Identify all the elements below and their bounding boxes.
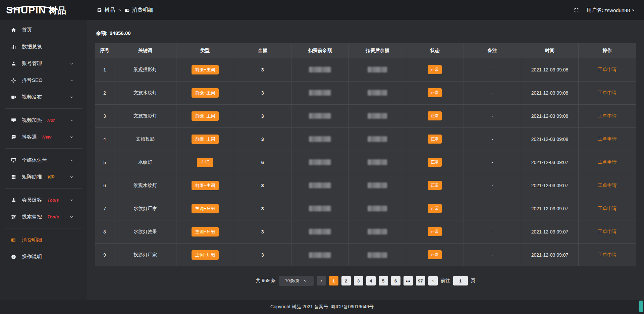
chevron-down-icon [68, 118, 75, 122]
action-link[interactable]: 工单申请 [598, 136, 617, 142]
action-cell: 工单申请 [579, 81, 636, 104]
sidebar-item-线索监控[interactable]: 线索监控Tools [0, 208, 87, 225]
status-cell: 正常 [406, 151, 464, 174]
page-button-1[interactable]: 1 [329, 276, 338, 285]
status-badge: 正常 [428, 181, 442, 190]
sidebar-item-会员爆客[interactable]: 会员爆客Tools [0, 192, 87, 208]
sidebar-item-badge: Tools [47, 214, 59, 219]
action-link[interactable]: 工单申请 [598, 182, 617, 188]
row-index-cell: 5 [95, 151, 114, 174]
time-cell: 2021-12-03 09:07 [521, 243, 578, 266]
amount-cell: 3 [234, 127, 291, 151]
action-cell: 工单申请 [579, 151, 636, 174]
remark-cell: - [464, 174, 521, 197]
table-header-row: 序号关键词类型金额扣费前余额扣费后余额状态备注时间操作 [95, 43, 636, 58]
blurred-balance-after [368, 90, 387, 96]
breadcrumb-item[interactable]: 消费明细 [124, 7, 154, 14]
sidebar-item-抖客通[interactable]: 抖客通New [0, 128, 87, 145]
blurred-balance-after [368, 229, 387, 234]
action-cell: 工单申请 [579, 127, 636, 151]
sidebar-item-操作说明[interactable]: ?操作说明 [0, 248, 87, 265]
status-badge: 正常 [428, 135, 442, 144]
status-badge: 正常 [428, 250, 442, 259]
caret-down-icon [631, 8, 635, 12]
sidebar-item-账号管理[interactable]: 账号管理 [0, 55, 87, 72]
fullscreen-icon[interactable] [574, 7, 579, 13]
logo-arc [7, 6, 60, 10]
page-button-6[interactable]: 6 [391, 276, 400, 285]
balance-before-cell [291, 243, 348, 266]
action-cell: 工单申请 [579, 243, 636, 266]
breadcrumb-label: 消费明细 [132, 7, 154, 14]
page-button-2[interactable]: 2 [341, 276, 351, 285]
action-link[interactable]: 工单申请 [598, 252, 617, 257]
table-row: 2文旅水纹灯前缀+主词3正常-2021-12-03 09:08工单申请 [95, 81, 636, 104]
floating-widget[interactable] [639, 301, 643, 312]
sidebar-item-badge: Tools [47, 198, 59, 203]
sidebar-item-抖音SEO[interactable]: 抖音SEO [0, 72, 87, 89]
table-row: 8水纹灯效果主词+后缀3正常-2021-12-03 09:07工单申请 [95, 220, 636, 243]
sidebar-item-label: 抖音SEO [22, 77, 43, 84]
table-row: 1景观投影灯前缀+主词3正常-2021-12-03 09:08工单申请 [95, 58, 636, 81]
breadcrumb-app-icon [97, 7, 102, 13]
action-link[interactable]: 工单申请 [598, 67, 617, 72]
type-badge: 主词+后缀 [192, 250, 219, 260]
type-cell: 前缀+主词 [176, 58, 234, 81]
blurred-balance-before [309, 113, 331, 119]
action-cell: 工单申请 [579, 197, 636, 220]
next-page-button[interactable]: › [428, 276, 438, 285]
action-link[interactable]: 工单申请 [598, 206, 617, 211]
sidebar-item-视频发布[interactable]: 视频发布 [0, 89, 87, 105]
blurred-balance-before [309, 206, 331, 211]
breadcrumb-item[interactable]: 树品 [97, 7, 115, 14]
sidebar: 首页数据总览账号管理抖音SEO视频发布视频加热Hot抖客通New全媒体运营矩阵助… [0, 20, 87, 300]
row-index-cell: 7 [95, 197, 114, 220]
sidebar-divider [5, 228, 82, 228]
type-badge: 前缀+主词 [192, 181, 219, 190]
more-pages-button[interactable]: ••• [404, 276, 413, 285]
keyword-cell: 水纹灯效果 [114, 220, 176, 243]
page-button-3[interactable]: 3 [354, 276, 363, 285]
blurred-balance-after [368, 206, 387, 211]
page-button-97[interactable]: 97 [416, 276, 425, 285]
sidebar-item-视频加热[interactable]: 视频加热Hot [0, 112, 87, 128]
keyword-cell: 投影灯厂家 [114, 243, 176, 266]
page-button-5[interactable]: 5 [379, 276, 388, 285]
footer: Copyright 树品 2021 备案号: 粤ICP备09019646号 [0, 300, 644, 314]
amount-cell: 3 [234, 197, 291, 220]
sidebar-item-全媒体运营[interactable]: 全媒体运营 [0, 152, 87, 168]
balance-value: 24856.00 [110, 30, 131, 36]
svg-text:?: ? [12, 255, 14, 258]
blurred-balance-before [309, 252, 331, 258]
blurred-balance-before [309, 159, 331, 165]
user-dropdown[interactable]: 用户名: zswodun88 [587, 7, 635, 13]
status-badge: 正常 [428, 204, 442, 213]
blurred-balance-after [368, 136, 387, 142]
prev-page-button[interactable]: ‹ [317, 276, 326, 285]
chevron-down-icon [68, 215, 75, 219]
table-row: 4文旅投影前缀+主词3正常-2021-12-03 09:08工单申请 [95, 127, 636, 151]
action-link[interactable]: 工单申请 [598, 159, 617, 165]
sidebar-item-消费明细[interactable]: 消费明细 [0, 231, 87, 248]
balance-before-cell [291, 58, 348, 81]
row-index-cell: 1 [95, 58, 114, 81]
remark-cell: - [464, 58, 521, 81]
sidebar-item-矩阵助推[interactable]: 矩阵助推VIP [0, 168, 87, 185]
sidebar-item-数据总览[interactable]: 数据总览 [0, 38, 87, 55]
type-badge: 主词 [197, 158, 213, 167]
sidebar-item-label: 数据总览 [22, 44, 42, 50]
keyword-cell: 景观投影灯 [114, 58, 176, 81]
sidebar-item-首页[interactable]: 首页 [0, 21, 87, 38]
action-link[interactable]: 工单申请 [598, 113, 617, 118]
action-link[interactable]: 工单申请 [598, 90, 617, 95]
goto-page-input[interactable]: 1 [453, 276, 468, 285]
goto-label: 前往 [441, 278, 450, 284]
page-size-value: 10条/页 [285, 278, 300, 284]
action-cell: 工单申请 [579, 174, 636, 197]
sidebar-item-label: 矩阵助推 [22, 174, 42, 180]
page-button-4[interactable]: 4 [366, 276, 376, 285]
page-size-select[interactable]: 10条/页 [279, 276, 314, 286]
type-badge: 前缀+主词 [192, 111, 219, 121]
action-link[interactable]: 工单申请 [598, 229, 617, 234]
keyword-cell: 文旅水纹灯 [114, 81, 176, 104]
